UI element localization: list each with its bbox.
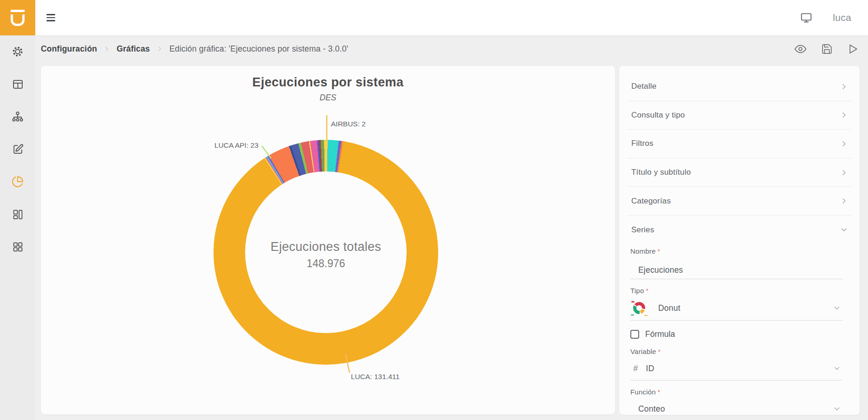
sitemap-icon bbox=[12, 111, 24, 123]
app-logo[interactable] bbox=[0, 0, 35, 35]
section-series[interactable]: Series bbox=[627, 216, 852, 244]
sidebar-item-settings[interactable] bbox=[0, 35, 35, 68]
name-input[interactable]: Ejecuciones bbox=[630, 262, 843, 279]
series-form: Nombre* Ejecuciones Tipo* Donut Fórmula bbox=[619, 247, 860, 415]
total-label: Ejecuciones totales bbox=[256, 240, 395, 254]
user-menu[interactable]: luca bbox=[833, 12, 851, 23]
chart-title: Ejecuciones por sistema bbox=[41, 75, 615, 90]
breadcrumb-configuracion[interactable]: Configuración bbox=[41, 44, 97, 54]
run-button[interactable] bbox=[847, 43, 859, 55]
donut-center-text: Ejecuciones totales 148.976 bbox=[256, 240, 395, 270]
chevron-right-icon bbox=[840, 168, 849, 177]
sidebar-item-flows[interactable] bbox=[0, 100, 35, 133]
formula-checkbox-row[interactable]: Fórmula bbox=[630, 329, 843, 340]
chevron-down-icon bbox=[833, 304, 841, 312]
topbar-right: luca bbox=[800, 12, 851, 24]
logo-glyph bbox=[11, 10, 25, 12]
section-filtros[interactable]: Filtros bbox=[627, 130, 852, 158]
chevron-right-icon bbox=[840, 197, 849, 205]
variable-field-label: Variable* bbox=[630, 348, 843, 355]
chevron-right-icon bbox=[840, 111, 849, 119]
formula-label: Fórmula bbox=[645, 329, 675, 339]
number-hash-icon: # bbox=[633, 363, 638, 374]
slice-label-luca-api: LUCA API: 23 bbox=[214, 141, 259, 150]
section-detalle[interactable]: Detalle bbox=[627, 72, 852, 101]
menu-toggle-button[interactable] bbox=[46, 14, 55, 21]
section-categorias[interactable]: Categorías bbox=[627, 187, 852, 216]
type-select[interactable]: Donut bbox=[630, 296, 843, 321]
edit-icon bbox=[12, 144, 24, 155]
chevron-down-icon bbox=[833, 405, 841, 413]
function-select[interactable]: Conteo bbox=[630, 398, 843, 415]
breadcrumb-current-page: Edición gráfica: 'Ejecuciones por sistem… bbox=[169, 44, 348, 54]
gear-icon bbox=[12, 46, 24, 58]
dashboard-icon bbox=[12, 209, 24, 220]
chart-settings-panel: Detalle Consulta y tipo Filtros Título y… bbox=[619, 66, 860, 415]
chevron-right-icon bbox=[156, 45, 163, 52]
chevron-right-icon bbox=[840, 139, 849, 148]
play-icon bbox=[847, 43, 859, 55]
sidebar-item-dashboards[interactable] bbox=[0, 198, 35, 230]
monitor-icon bbox=[800, 12, 812, 24]
chevron-right-icon bbox=[103, 45, 110, 52]
chevron-down-icon bbox=[833, 364, 841, 373]
table-icon bbox=[12, 79, 24, 90]
app-root: luca bbox=[0, 0, 868, 420]
preview-button[interactable] bbox=[794, 43, 807, 55]
display-mode-button[interactable] bbox=[800, 12, 812, 24]
chart-preview-card: Ejecuciones por sistema DES AIRBUS: 2 LU… bbox=[41, 66, 615, 414]
sidebar-item-edit[interactable] bbox=[0, 133, 35, 165]
name-field-label: Nombre* bbox=[630, 247, 843, 255]
formula-checkbox[interactable] bbox=[630, 330, 639, 339]
variable-select[interactable]: # ID bbox=[630, 357, 843, 381]
function-field-label: Función* bbox=[630, 388, 843, 396]
type-field-label: Tipo* bbox=[630, 287, 843, 295]
save-icon bbox=[821, 43, 833, 55]
section-consulta-y-tipo[interactable]: Consulta y tipo bbox=[627, 101, 852, 130]
sidebar-item-apps[interactable] bbox=[0, 230, 35, 263]
slice-label-luca: LUCA: 131.411 bbox=[351, 373, 400, 381]
breadcrumb-graficas[interactable]: Gráficas bbox=[117, 44, 150, 54]
breadcrumb: Configuración Gráficas Edición gráfica: … bbox=[35, 35, 868, 62]
grid-icon bbox=[12, 241, 24, 253]
total-value: 148.976 bbox=[256, 257, 395, 270]
slice-label-airbus: AIRBUS: 2 bbox=[331, 120, 366, 128]
chevron-right-icon bbox=[840, 82, 849, 91]
sidebar bbox=[0, 35, 35, 420]
sidebar-item-tables[interactable] bbox=[0, 68, 35, 100]
donut-type-icon bbox=[632, 301, 646, 315]
pie-chart-icon bbox=[12, 176, 24, 188]
chart-subtitle: DES bbox=[41, 93, 615, 103]
section-titulo-y-subtitulo[interactable]: Título y subtítulo bbox=[627, 158, 852, 187]
chevron-down-icon bbox=[840, 225, 849, 234]
topbar: luca bbox=[0, 0, 868, 35]
sidebar-item-charts[interactable] bbox=[0, 165, 35, 198]
eye-icon bbox=[794, 43, 807, 55]
save-button[interactable] bbox=[821, 43, 833, 55]
